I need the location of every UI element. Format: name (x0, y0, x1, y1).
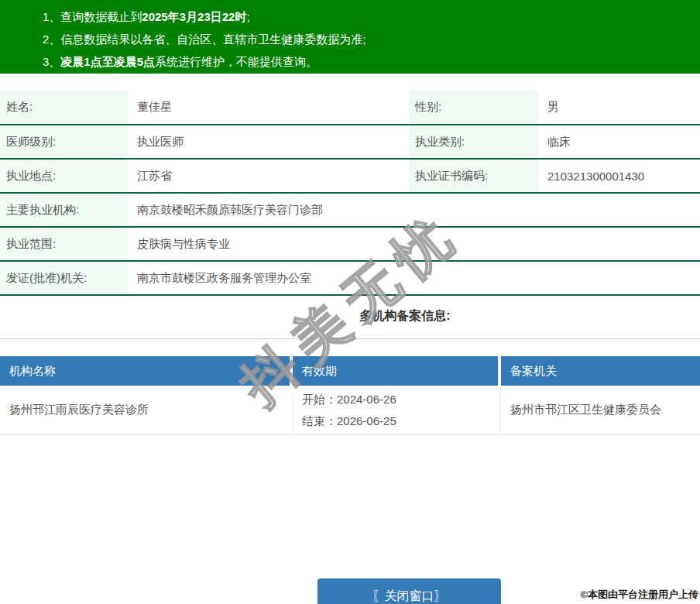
value-name: 董佳星 (128, 91, 409, 125)
table-row: 主要执业机构: 南京鼓楼昭禾颜原韩医疗美容门诊部 (0, 193, 700, 227)
table-row: 执业范围: 皮肤病与性病专业 (0, 227, 700, 261)
notice-banner: 1、查询数据截止到2025年3月23日22时; 2、信息数据结果以各省、自治区、… (0, 0, 700, 74)
filing-org-name: 扬州邗江雨辰医疗美容诊所 (0, 386, 293, 435)
label-practice-scope: 执业范围: (0, 227, 128, 261)
filing-header-row: 机构名称 有效期 备案机关 (0, 356, 700, 386)
filing-authority: 扬州市邗江区卫生健康委员会 (501, 386, 700, 435)
practitioner-info-table: 姓名: 董佳星 性别: 男 医师级别: 执业医师 执业类别: 临床 执业地点: … (0, 91, 700, 296)
value-practice-location: 江苏省 (128, 159, 409, 193)
section-divider (0, 338, 700, 339)
table-row: 发证(批准)机关: 南京市鼓楼区政务服务管理办公室 (0, 261, 700, 295)
label-practice-category: 执业类别: (409, 125, 538, 159)
label-issuing-authority: 发证(批准)机关: (0, 261, 128, 295)
filing-validity-start: 开始：2024-06-26 (302, 389, 499, 410)
filing-validity: 开始：2024-06-26 结束：2026-06-25 (293, 386, 501, 435)
label-practice-location: 执业地点: (0, 159, 128, 193)
label-certificate-number: 执业证书编码: (409, 159, 538, 193)
filing-header-authority: 备案机关 (501, 356, 700, 386)
table-row: 医师级别: 执业医师 执业类别: 临床 (0, 125, 700, 159)
filing-table: 机构名称 有效期 备案机关 扬州邗江雨辰医疗美容诊所 开始：2024-06-26… (0, 356, 700, 435)
copyright-overlay: ©本图由平台注册用户上传 (580, 588, 698, 602)
value-main-institution: 南京鼓楼昭禾颜原韩医疗美容门诊部 (128, 193, 700, 227)
label-name: 姓名: (0, 91, 128, 125)
value-doctor-level: 执业医师 (128, 125, 409, 159)
value-practice-category: 临床 (538, 125, 700, 159)
label-gender: 性别: (409, 91, 538, 125)
value-certificate-number: 210321300001430 (538, 159, 700, 193)
section-title-multi-org-filing: 多机构备案信息: (55, 307, 700, 325)
value-issuing-authority: 南京市鼓楼区政务服务管理办公室 (128, 261, 700, 295)
table-row: 姓名: 董佳星 性别: 男 (0, 91, 700, 125)
close-window-button[interactable]: 〖关闭窗口〗 (317, 578, 501, 604)
notice-line-1: 1、查询数据截止到2025年3月23日22时; (43, 5, 692, 28)
filing-validity-end: 结束：2026-06-25 (302, 410, 499, 432)
label-doctor-level: 医师级别: (0, 125, 128, 159)
filing-header-validity: 有效期 (293, 356, 501, 386)
notice-line-2: 2、信息数据结果以各省、自治区、直辖市卫生健康委数据为准; (43, 28, 692, 50)
table-row: 执业地点: 江苏省 执业证书编码: 210321300001430 (0, 159, 700, 193)
value-practice-scope: 皮肤病与性病专业 (128, 227, 700, 261)
filing-data-row: 扬州邗江雨辰医疗美容诊所 开始：2024-06-26 结束：2026-06-25… (0, 386, 700, 435)
value-gender: 男 (538, 91, 700, 125)
notice-line-3: 3、凌晨1点至凌晨5点系统进行维护，不能提供查询。 (43, 50, 692, 73)
label-main-institution: 主要执业机构: (0, 193, 128, 227)
filing-header-org-name: 机构名称 (0, 356, 293, 386)
